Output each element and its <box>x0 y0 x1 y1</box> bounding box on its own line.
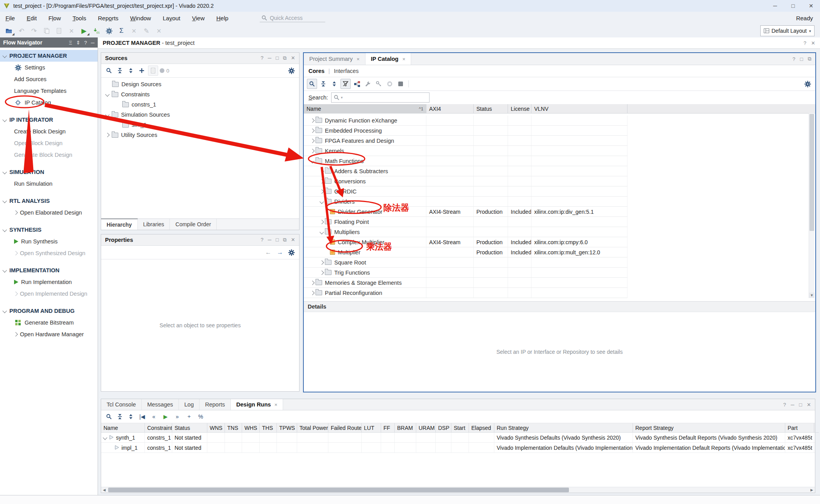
minimize-button[interactable]: ─ <box>766 0 784 12</box>
column-header-ths[interactable]: THS <box>260 423 277 433</box>
chevron-down-icon[interactable] <box>105 112 109 117</box>
chevron-right-icon[interactable] <box>319 189 324 193</box>
help-icon[interactable]: ? <box>260 237 263 243</box>
sidebar-item-run-simulation[interactable]: Run Simulation <box>0 178 98 190</box>
filter-icon[interactable] <box>340 79 351 89</box>
chevron-right-icon[interactable] <box>105 133 109 137</box>
column-header-vlnv[interactable]: VLNV <box>531 104 627 114</box>
hide-icon[interactable]: ─ <box>91 40 94 46</box>
back-arrow-icon[interactable]: ← <box>263 248 273 257</box>
collapse-all-icon[interactable] <box>319 79 328 89</box>
column-header-name[interactable]: Name^1 <box>304 104 426 114</box>
menu-layout[interactable]: Layout <box>163 15 180 21</box>
chevron-right-icon[interactable] <box>310 291 314 295</box>
ip-row-complex-multiplier[interactable]: Complex MultiplierAXI4-StreamProductionI… <box>304 237 627 247</box>
chevron-down-icon[interactable] <box>2 309 7 313</box>
sidebar-item-add-sources[interactable]: Add Sources <box>0 73 98 85</box>
maximize-icon[interactable]: □ <box>276 237 279 243</box>
column-header-axi4[interactable]: AXI4 <box>426 104 474 114</box>
tab-hierarchy[interactable]: Hierarchy <box>101 218 138 230</box>
scrollbar-thumb[interactable] <box>108 488 569 492</box>
search-icon[interactable] <box>104 66 114 75</box>
column-header-part[interactable]: Part <box>785 423 814 433</box>
chevron-right-icon[interactable] <box>310 138 314 143</box>
column-header-failed-routes[interactable]: Failed Routes <box>328 423 362 433</box>
expand-all-icon[interactable] <box>330 79 339 89</box>
report-button[interactable]: Σ <box>116 25 127 36</box>
close-button[interactable]: ✕ <box>802 0 820 12</box>
run-row-synth-1[interactable]: synth_1constrs_1Not startedVivado Synthe… <box>101 433 815 443</box>
section-header-ip-integrator[interactable]: IP INTEGRATOR <box>0 114 98 126</box>
menu-window[interactable]: Window <box>130 15 151 21</box>
sidebar-item-run-implementation[interactable]: Run Implementation <box>0 276 98 288</box>
scroll-right-icon[interactable]: ▶ <box>809 487 815 493</box>
section-header-rtl-analysis[interactable]: RTL ANALYSIS <box>0 195 98 207</box>
chevron-down-icon[interactable] <box>319 199 324 204</box>
close-icon[interactable]: ✕ <box>291 237 295 243</box>
chevron-right-icon[interactable] <box>319 270 324 275</box>
menu-edit[interactable]: Edit <box>27 15 37 21</box>
minimize-columns-icon[interactable]: Ξ <box>69 40 72 46</box>
interfaces-link[interactable]: Interfaces <box>334 68 359 74</box>
scroll-left-icon[interactable]: ◀ <box>101 487 107 493</box>
ip-row-multipliers[interactable]: Multipliers <box>304 227 627 237</box>
chevron-right-icon[interactable] <box>310 128 314 133</box>
ip-row-memories-storage-elements[interactable]: Memories & Storage Elements <box>304 278 627 288</box>
maximize-icon[interactable]: □ <box>800 56 803 62</box>
scroll-down-icon[interactable]: ▼ <box>809 293 815 298</box>
ip-row-dividers[interactable]: Dividers <box>304 197 627 207</box>
sidebar-item-generate-bitstream[interactable]: Generate Bitstream <box>0 317 98 328</box>
tree-item-utility-sources[interactable]: Utility Sources <box>101 130 299 140</box>
chevron-down-icon[interactable] <box>2 117 7 122</box>
maximize-icon[interactable]: □ <box>276 55 279 61</box>
chevron-right-icon[interactable] <box>13 210 18 215</box>
tab-libraries[interactable]: Libraries <box>138 219 170 230</box>
quick-access-input[interactable]: Quick Access <box>260 14 325 22</box>
section-header-program-and-debug[interactable]: PROGRAM AND DEBUG <box>0 305 98 317</box>
float-icon[interactable]: ⧉ <box>283 237 287 243</box>
sidebar-item-create-block-design[interactable]: Create Block Design <box>0 126 98 137</box>
ip-row-math-functions[interactable]: Math Functions <box>304 156 627 166</box>
chevron-down-icon[interactable] <box>2 199 7 203</box>
create-run-icon[interactable]: ＋ <box>184 412 194 421</box>
step-back-icon[interactable]: « <box>149 412 159 421</box>
tree-item-simulation-sources[interactable]: Simulation Sources <box>101 110 299 120</box>
tab-tcl-console[interactable]: Tcl Console <box>101 399 142 410</box>
column-header-total-power[interactable]: Total Power <box>297 423 328 433</box>
section-header-simulation[interactable]: SIMULATION <box>0 166 98 178</box>
close-icon[interactable]: × <box>402 56 405 62</box>
ip-row-partial-reconfiguration[interactable]: Partial Reconfiguration <box>304 288 627 298</box>
chevron-right-icon[interactable] <box>13 291 18 296</box>
ip-row-adders-subtracters[interactable]: Adders & Subtracters <box>304 166 627 176</box>
chevron-down-icon[interactable] <box>103 435 107 440</box>
float-icon[interactable]: ⧉ <box>283 55 287 61</box>
ip-row-square-root[interactable]: Square Root <box>304 257 627 268</box>
column-header-elapsed[interactable]: Elapsed <box>469 423 494 433</box>
chevron-down-icon[interactable] <box>105 92 109 96</box>
collapse-all-icon[interactable] <box>115 412 125 421</box>
open-button[interactable]: ◢ <box>3 25 15 36</box>
close-icon[interactable]: ✕ <box>807 402 811 408</box>
help-icon[interactable]: ? <box>84 40 87 46</box>
column-header-uram[interactable]: URAM <box>416 423 436 433</box>
column-header-lut[interactable]: LUT <box>362 423 381 433</box>
tab-project-summary[interactable]: Project Summary× <box>304 53 365 65</box>
step-button[interactable]: 01 <box>91 25 102 36</box>
tab-ip-catalog[interactable]: IP Catalog× <box>365 53 411 65</box>
chevron-down-icon[interactable] <box>2 268 7 272</box>
chevron-right-icon[interactable] <box>310 280 314 285</box>
collapse-all-icon[interactable] <box>115 66 125 75</box>
chevron-down-icon[interactable] <box>2 227 7 232</box>
sidebar-item-open-hardware-manager[interactable]: Open Hardware Manager <box>0 328 98 340</box>
ip-row-multiplier[interactable]: MultiplierProductionIncludedxilinx.com:i… <box>304 247 627 257</box>
help-icon[interactable]: ? <box>793 56 795 62</box>
menu-view[interactable]: View <box>192 15 205 21</box>
chevron-right-icon[interactable] <box>13 332 18 336</box>
chevron-right-icon[interactable] <box>310 118 314 122</box>
settings-button[interactable] <box>103 25 115 36</box>
close-icon[interactable]: × <box>275 402 278 408</box>
tree-item-sim-1[interactable]: sim_1 <box>101 120 299 130</box>
cores-link[interactable]: Cores <box>308 68 324 74</box>
minimize-icon[interactable]: ─ <box>268 55 271 61</box>
sidebar-item-run-synthesis[interactable]: Run Synthesis <box>0 236 98 247</box>
